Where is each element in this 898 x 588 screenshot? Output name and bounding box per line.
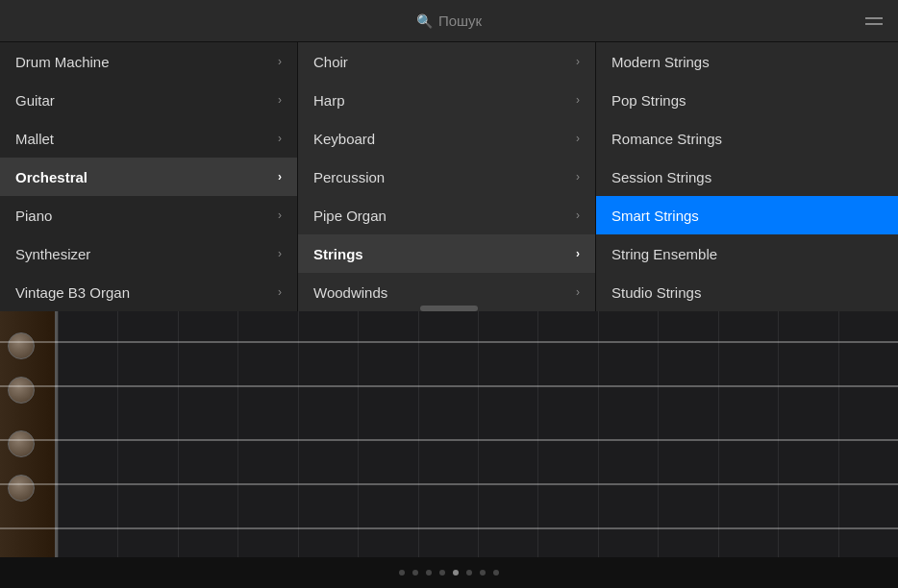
page-dot[interactable] [412, 570, 418, 576]
bottom-bar [0, 557, 898, 588]
subcategory-item-label: Keyboard [313, 131, 375, 147]
subcategory-item-label: Harp [313, 92, 345, 109]
menu-container: Drum Machine›Guitar›Mallet›Orchestral›Pi… [0, 42, 898, 311]
instrument-item-modern-strings[interactable]: Modern Strings [596, 42, 898, 81]
instrument-item-label: String Ensemble [611, 246, 717, 262]
chevron-icon: › [576, 247, 580, 260]
instrument-item-romance-strings[interactable]: Romance Strings [596, 119, 898, 158]
instrument-item-studio-strings[interactable]: Studio Strings [596, 273, 898, 311]
instrument-item-pop-strings[interactable]: Pop Strings [596, 81, 898, 119]
subcategory-item-percussion[interactable]: Percussion› [298, 158, 595, 196]
chevron-icon: › [576, 93, 580, 107]
drag-handle[interactable] [420, 306, 478, 311]
fretboard [0, 311, 898, 557]
subcategory-column: Choir›Harp›Keyboard›Percussion›Pipe Orga… [298, 42, 596, 311]
string-line [0, 483, 898, 485]
page-dot[interactable] [453, 570, 459, 576]
chevron-icon: › [576, 170, 580, 184]
subcategory-item-label: Strings [313, 246, 363, 262]
string-line [0, 385, 898, 387]
sidebar-item-label: Mallet [15, 131, 54, 147]
chevron-icon: › [278, 55, 282, 68]
fret-line [658, 311, 659, 557]
fret-line [838, 311, 839, 557]
subcategory-item-choir[interactable]: Choir› [298, 42, 595, 81]
sidebar-item-vintage-b3[interactable]: Vintage B3 Organ› [0, 273, 297, 311]
search-input-wrapper: 🔍 Пошук [416, 12, 482, 29]
sidebar-item-synthesizer[interactable]: Synthesizer› [0, 234, 297, 273]
string-line [0, 527, 898, 529]
chevron-icon: › [576, 55, 580, 68]
instrument-column: Modern StringsPop StringsRomance Strings… [596, 42, 898, 311]
chevron-icon: › [278, 247, 282, 260]
fret-line [237, 311, 238, 557]
subcategory-item-harp[interactable]: Harp› [298, 81, 595, 119]
fret-line [718, 311, 719, 557]
sidebar-item-label: Synthesizer [15, 246, 90, 262]
instrument-item-smart-strings[interactable]: Smart Strings [596, 196, 898, 234]
instrument-item-session-strings[interactable]: Session Strings [596, 158, 898, 196]
fret-line [298, 311, 299, 557]
instrument-item-string-ensemble[interactable]: String Ensemble [596, 234, 898, 273]
page-dot[interactable] [426, 570, 432, 576]
fretboard-inner [0, 311, 898, 557]
subcategory-item-label: Pipe Organ [313, 208, 387, 224]
fret-line [598, 311, 599, 557]
instrument-item-label: Modern Strings [611, 54, 710, 70]
chevron-icon: › [278, 285, 282, 299]
fret-line [537, 311, 538, 557]
nut-peg [8, 475, 35, 502]
instrument-item-label: Studio Strings [611, 284, 701, 301]
fret-line [418, 311, 419, 557]
sidebar-item-label: Piano [15, 208, 52, 224]
search-icon: 🔍 [416, 13, 433, 29]
fret-line [358, 311, 359, 557]
page-dot[interactable] [399, 570, 405, 576]
chevron-icon: › [576, 285, 580, 299]
chevron-icon: › [576, 208, 580, 222]
sidebar-item-label: Guitar [15, 92, 55, 109]
instrument-item-label: Pop Strings [611, 92, 686, 109]
nut-peg [8, 430, 35, 457]
fret-line [117, 311, 118, 557]
instrument-item-label: Romance Strings [611, 131, 722, 147]
instrument-item-label: Smart Strings [611, 208, 699, 224]
sidebar-item-guitar[interactable]: Guitar› [0, 81, 297, 119]
search-placeholder: Пошук [438, 12, 482, 29]
page-dot[interactable] [466, 570, 472, 576]
chevron-icon: › [576, 132, 580, 145]
string-line [0, 439, 898, 441]
page-dot[interactable] [493, 570, 499, 576]
chevron-icon: › [278, 93, 282, 107]
page-dot[interactable] [480, 570, 486, 576]
nut-area [0, 311, 58, 557]
subcategory-item-label: Percussion [313, 169, 385, 185]
fret-line [778, 311, 779, 557]
subcategory-item-strings[interactable]: Strings› [298, 234, 595, 273]
sidebar-item-label: Drum Machine [15, 54, 110, 70]
sidebar-item-piano[interactable]: Piano› [0, 196, 297, 234]
fret-line [178, 311, 179, 557]
nut-peg [8, 377, 35, 404]
sidebar-item-orchestral[interactable]: Orchestral› [0, 158, 297, 196]
subcategory-item-keyboard[interactable]: Keyboard› [298, 119, 595, 158]
sidebar-item-label: Vintage B3 Organ [15, 284, 130, 301]
page-dot[interactable] [439, 570, 445, 576]
instrument-item-label: Session Strings [611, 169, 711, 185]
subcategory-item-label: Woodwinds [313, 284, 387, 301]
nut-peg [8, 332, 35, 359]
sidebar-item-mallet[interactable]: Mallet› [0, 119, 297, 158]
string-line [0, 341, 898, 343]
search-bar[interactable]: 🔍 Пошук [0, 0, 898, 42]
fret-line [58, 311, 59, 557]
menu-icon[interactable] [865, 17, 883, 25]
category-column: Drum Machine›Guitar›Mallet›Orchestral›Pi… [0, 42, 298, 311]
sidebar-item-label: Orchestral [15, 169, 87, 185]
subcategory-item-label: Choir [313, 54, 348, 70]
chevron-icon: › [278, 208, 282, 222]
chevron-icon: › [278, 170, 282, 184]
fret-line [478, 311, 479, 557]
chevron-icon: › [278, 132, 282, 145]
sidebar-item-drum-machine[interactable]: Drum Machine› [0, 42, 297, 81]
subcategory-item-pipe-organ[interactable]: Pipe Organ› [298, 196, 595, 234]
